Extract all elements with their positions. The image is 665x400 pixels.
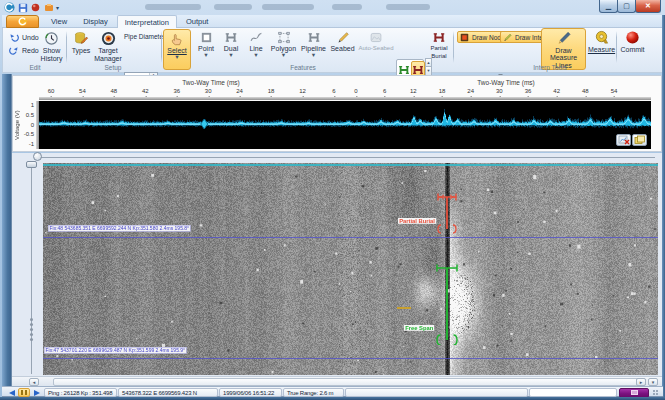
fix-label-48[interactable]: Fix:48 543685.351 E 6699592.244 N Kp:351… (48, 225, 191, 232)
x-tick-label: 36 (173, 88, 180, 94)
select-tool-button[interactable]: Select ▼ (163, 29, 191, 70)
polygon-dropdown-icon[interactable]: ▼ (281, 53, 286, 57)
dual-h-icon (224, 31, 238, 44)
commit-label: Commit (620, 46, 644, 54)
pause-button[interactable] (18, 388, 30, 397)
auto-seabed-label: Auto-Seabed (358, 45, 393, 53)
app-swirl-icon (17, 16, 28, 27)
ribbon-tabs: View Display Interpretation Output (44, 15, 215, 28)
target-manager-button[interactable]: Target Manager (94, 29, 122, 62)
show-history-label: Show History (41, 47, 63, 62)
line-tool-button[interactable]: Line ▼ (244, 29, 268, 70)
measure-button[interactable]: Measure (588, 28, 615, 70)
chart-export-button[interactable] (632, 134, 647, 146)
horizontal-scrollbar[interactable]: ◂ ▸ ▾ (12, 376, 662, 386)
line-dropdown-icon[interactable]: ▼ (253, 53, 258, 57)
window-title-redacted (262, 4, 314, 10)
orange-tool-icon[interactable] (43, 2, 54, 13)
select-hand-icon (170, 32, 184, 46)
y-axis-ticks: 10.50-0.5-1 (22, 101, 35, 149)
sonar-image-view[interactable]: Fix:48 543685.351 E 6699592.244 N Kp:351… (43, 163, 658, 375)
waveform-canvas[interactable] (39, 101, 651, 149)
partial-burial-annotation-label[interactable]: Partial Burial (398, 218, 436, 224)
trace-chart-panel: Two-Way Time (ms) Two-Way Time (ms) 6054… (12, 75, 662, 152)
fix-line[interactable] (43, 358, 658, 359)
show-history-button[interactable]: Show History (38, 29, 65, 62)
y-tick-label: 1 (31, 102, 34, 108)
draw-measure-pencil-icon (556, 31, 572, 46)
partial-burial-button[interactable]: Partial Burial (427, 29, 451, 70)
previous-ping-button[interactable] (7, 389, 17, 397)
vertical-pan-knob[interactable] (26, 161, 37, 168)
forward-icon (34, 390, 40, 396)
dual-dropdown-icon[interactable]: ▼ (228, 53, 233, 57)
status-datetime: 1999/06/06 16:51:22 (219, 388, 282, 397)
resize-grip[interactable] (653, 390, 655, 392)
free-span-annotation-label[interactable]: Free Span (404, 325, 434, 331)
select-dropdown-icon[interactable]: ▼ (174, 55, 179, 59)
seabed-interp-line[interactable] (43, 164, 658, 166)
commit-button[interactable]: Commit (619, 28, 646, 70)
tab-view[interactable]: View (44, 15, 74, 28)
draw-interp-pencil-icon (503, 33, 512, 42)
types-button[interactable]: Types (69, 29, 93, 55)
undo-button[interactable]: Undo (7, 32, 41, 42)
minimize-button[interactable]: ▁ (599, 0, 618, 13)
maximize-button[interactable]: ▢ (617, 0, 636, 13)
window-title-redacted (386, 4, 430, 10)
point-dropdown-icon[interactable]: ▼ (203, 53, 208, 57)
x-tick-label: 0 (354, 88, 357, 94)
redo-label: Redo (22, 47, 39, 54)
group-label-interp-tools: Interp Tools (520, 64, 580, 71)
tab-interpretation[interactable]: Interpretation (117, 15, 177, 29)
scroll-left-icon[interactable]: ◂ (29, 378, 39, 386)
point-tool-button[interactable]: Point ▼ (194, 29, 218, 70)
application-menu-button[interactable] (6, 15, 39, 28)
x-tick-label: 18 (268, 88, 275, 94)
x-tick-label: 6 (383, 88, 386, 94)
qat-dropdown-icon[interactable]: ▾ (56, 4, 59, 11)
voltage-trace-plot[interactable] (39, 101, 651, 149)
x-tick-label: 42 (142, 88, 149, 94)
scrollbar-track[interactable] (53, 378, 646, 386)
y-tick-label: 0.5 (26, 112, 34, 118)
fix-label-47[interactable]: Fix:47 543701.220 E 6699629.487 N Kp:351… (44, 347, 187, 354)
x-tick-label: 24 (236, 88, 243, 94)
tab-output[interactable]: Output (179, 15, 216, 28)
next-ping-button[interactable] (32, 389, 42, 397)
fix-line[interactable] (43, 237, 658, 238)
y-tick-label: -0.5 (24, 131, 34, 137)
red-sphere-icon[interactable] (30, 2, 41, 13)
types-database-icon (74, 31, 89, 46)
x-axis-ticks: 6054484236302418126061218243036424854 (39, 88, 651, 97)
app-logo-icon[interactable] (4, 2, 15, 13)
target-manager-label: Target Manager (94, 47, 122, 62)
x-tick-label: 54 (79, 88, 86, 94)
status-input-field[interactable] (529, 388, 617, 397)
vertical-pan-slider[interactable] (31, 163, 32, 374)
window-title-redacted (214, 4, 252, 10)
chart-remove-button[interactable] (616, 134, 631, 146)
seabed-tool-button[interactable]: Seabed (329, 29, 356, 70)
redo-button[interactable]: Redo (7, 45, 41, 55)
tab-display[interactable]: Display (76, 15, 115, 28)
horizontal-pan-knob[interactable] (33, 152, 42, 161)
status-empty-field (345, 388, 528, 397)
slider-dot-grip[interactable] (30, 318, 33, 321)
y-tick-label: -1 (29, 141, 34, 147)
close-button[interactable]: ✕ (635, 0, 661, 13)
save-icon[interactable] (17, 2, 28, 13)
dual-tool-button[interactable]: Dual ▼ (219, 29, 243, 70)
partial-burial-measure[interactable] (433, 192, 461, 234)
sonar-image-canvas[interactable] (43, 163, 658, 375)
measure-node-tick[interactable] (397, 307, 411, 309)
measure-label: Measure (588, 46, 615, 54)
x-tick-label: 60 (48, 88, 55, 94)
scroll-options-icon[interactable]: ▾ (648, 378, 658, 386)
x-tick-label: 12 (299, 88, 306, 94)
horizontal-pan-slider[interactable] (40, 157, 655, 158)
scroll-right-icon[interactable]: ▸ (636, 378, 646, 386)
pipeline-dropdown-icon[interactable]: ▼ (311, 53, 316, 57)
pipeline-h-icon (307, 31, 321, 44)
free-span-measure[interactable] (433, 263, 461, 345)
